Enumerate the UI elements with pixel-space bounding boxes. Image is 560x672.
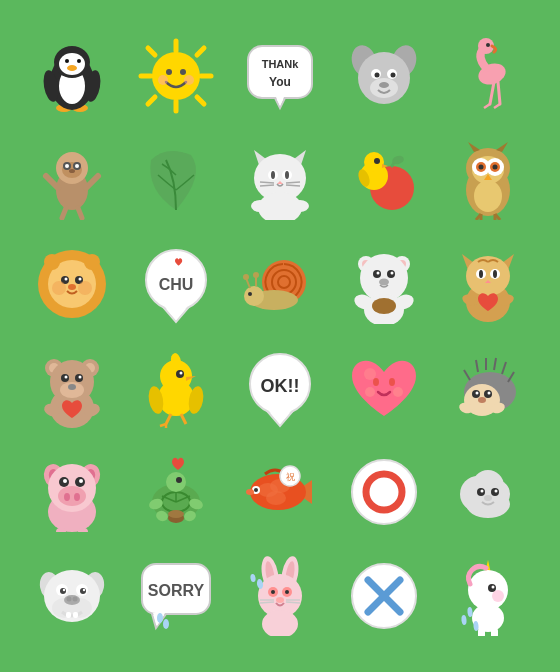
cell-rabbit (230, 546, 330, 646)
svg-point-104 (68, 284, 76, 290)
svg-point-10 (67, 65, 77, 71)
svg-point-92 (493, 165, 498, 170)
svg-line-184 (476, 360, 478, 372)
cell-lion (22, 234, 122, 334)
x-circle-sticker (344, 556, 424, 636)
svg-point-136 (379, 279, 389, 286)
svg-point-122 (248, 292, 252, 296)
svg-text:OK!!: OK!! (261, 376, 300, 396)
svg-point-5 (59, 53, 85, 75)
svg-point-144 (493, 270, 497, 278)
ok-sticker: OK!! (240, 348, 320, 428)
penguin-sticker (32, 36, 112, 116)
svg-point-86 (474, 180, 502, 212)
svg-point-277 (285, 590, 289, 594)
svg-point-243 (481, 490, 484, 493)
svg-point-179 (373, 378, 379, 386)
svg-point-195 (478, 397, 486, 403)
svg-point-158 (79, 376, 82, 379)
svg-point-235 (352, 460, 416, 524)
cell-cloud (438, 442, 538, 542)
sorry-sticker: SORRY (136, 556, 216, 636)
cell-heart (334, 338, 434, 438)
svg-point-22 (166, 69, 172, 75)
svg-point-194 (488, 392, 491, 395)
svg-point-134 (377, 272, 380, 275)
svg-point-42 (486, 43, 490, 47)
svg-point-256 (83, 589, 85, 591)
svg-line-18 (197, 97, 204, 104)
dog-sticker (344, 36, 424, 116)
svg-point-52 (65, 164, 69, 168)
svg-point-244 (495, 490, 498, 493)
koi-sticker: 祝 (240, 452, 320, 532)
cell-polar-bear (334, 234, 434, 334)
svg-point-231 (254, 488, 258, 492)
cell-turtle (126, 442, 226, 542)
thank-you-sticker: THANk You (240, 36, 320, 116)
lion-sticker (32, 244, 112, 324)
svg-line-282 (286, 602, 300, 603)
svg-point-77 (364, 152, 384, 172)
svg-point-25 (184, 75, 194, 85)
cell-ok: OK!! (230, 338, 330, 438)
svg-rect-26 (248, 46, 312, 98)
svg-point-205 (64, 493, 70, 501)
svg-point-284 (250, 574, 256, 583)
hedgehog-sticker (448, 348, 528, 428)
svg-point-23 (180, 69, 186, 75)
cat-sticker (240, 140, 320, 220)
svg-point-254 (80, 588, 86, 594)
svg-text:You: You (269, 75, 291, 89)
svg-line-43 (490, 82, 494, 104)
cat-heart-sticker (448, 244, 528, 324)
svg-text:CHU: CHU (159, 276, 194, 293)
snail-sticker (240, 244, 320, 324)
svg-point-24 (158, 75, 168, 85)
svg-point-135 (391, 272, 394, 275)
svg-point-278 (276, 597, 284, 603)
leaf-sticker (136, 140, 216, 220)
svg-point-91 (479, 165, 484, 170)
cell-chick-apple (334, 130, 434, 230)
svg-point-8 (65, 59, 69, 63)
cell-sorry: SORRY (126, 546, 226, 646)
svg-point-120 (243, 274, 249, 280)
svg-point-159 (68, 384, 76, 390)
unicorn-sticker (448, 556, 528, 636)
svg-point-131 (372, 298, 396, 314)
svg-point-182 (393, 387, 403, 397)
svg-point-157 (65, 376, 68, 379)
svg-line-58 (78, 208, 82, 218)
cell-bear-heart (22, 338, 122, 438)
cell-o-circle (334, 442, 434, 542)
svg-point-181 (365, 387, 375, 397)
flamingo-sticker (448, 36, 528, 116)
svg-line-171 (181, 414, 186, 424)
svg-point-178 (364, 368, 376, 380)
cell-sloth (22, 130, 122, 230)
svg-point-258 (67, 597, 72, 602)
svg-line-46 (494, 104, 500, 108)
svg-point-117 (244, 286, 264, 306)
svg-point-232 (246, 489, 254, 495)
svg-point-67 (271, 171, 275, 179)
svg-point-291 (492, 586, 495, 589)
pig-sticker (32, 452, 112, 532)
svg-line-19 (197, 48, 204, 55)
cell-bulldog (22, 546, 122, 646)
cell-flamingo (438, 26, 538, 126)
svg-point-106 (78, 281, 92, 295)
svg-rect-261 (73, 612, 78, 618)
o-circle-sticker (344, 452, 424, 532)
cell-pig (22, 442, 122, 542)
cell-chu: CHU (126, 234, 226, 334)
svg-point-193 (476, 392, 479, 395)
svg-point-266 (157, 613, 163, 623)
sloth-sticker (32, 140, 112, 220)
sun-sticker (136, 36, 216, 116)
svg-marker-83 (468, 142, 480, 152)
svg-line-20 (148, 97, 155, 104)
svg-point-295 (461, 615, 467, 625)
cell-dog-face (334, 26, 434, 126)
